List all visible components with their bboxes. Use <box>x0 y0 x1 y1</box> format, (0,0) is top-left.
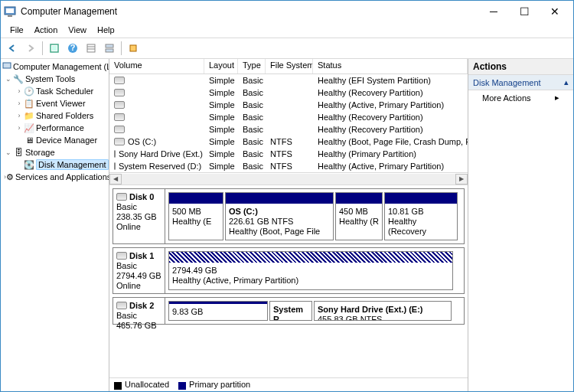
settings-icon[interactable] <box>125 40 142 57</box>
window-title: Computer Management <box>21 6 478 17</box>
content-area: Computer Management (Local ⌄🔧System Tool… <box>1 59 573 391</box>
table-row[interactable]: Sony Hard Drive (Ext.) (E:)SimpleBasicNT… <box>109 148 468 160</box>
volume-icon <box>114 126 125 133</box>
minimize-button[interactable]: ─ <box>478 2 509 21</box>
svg-rect-7 <box>87 44 95 52</box>
legend: Unallocated Primary partition <box>109 377 468 391</box>
volume-list[interactable]: SimpleBasicHealthy (EFI System Partition… <box>109 74 468 172</box>
tree-event[interactable]: ›📋Event Viewer <box>1 97 109 109</box>
tree-diskmgmt[interactable]: 💽Disk Management <box>1 158 109 171</box>
close-button[interactable]: ✕ <box>540 2 570 21</box>
volume-icon <box>114 89 125 96</box>
maximize-button[interactable]: ☐ <box>509 2 540 21</box>
partition[interactable]: OS (C:)226.61 GB NTFSHealthy (Boot, Page… <box>225 192 334 240</box>
tree-systools[interactable]: ⌄🔧System Tools <box>1 73 109 85</box>
expand-icon[interactable]: › <box>15 87 24 95</box>
disk-icon: 💽 <box>24 159 34 170</box>
nav-tree[interactable]: Computer Management (Local ⌄🔧System Tool… <box>1 59 109 391</box>
svg-rect-11 <box>106 49 113 52</box>
partition-color-bar <box>336 193 382 204</box>
main-panel: Volume Layout Type File System Status Si… <box>109 59 468 391</box>
col-volume[interactable]: Volume <box>109 59 204 74</box>
partition[interactable]: Sony Hard Drive (Ext.) (E:)455.83 GB NTF… <box>314 301 452 321</box>
scroll-right-icon[interactable]: ▶ <box>455 174 468 185</box>
help-icon[interactable]: ? <box>64 40 81 57</box>
computer-icon <box>2 61 11 72</box>
black-square-icon <box>114 382 122 390</box>
volume-icon <box>114 162 116 170</box>
view-graphical-icon[interactable] <box>101 40 118 57</box>
toolbar-separator <box>42 41 43 55</box>
disk-graphical-view[interactable]: Disk 0Basic238.35 GBOnline500 MBHealthy … <box>109 185 468 377</box>
actions-panel: Actions Disk Management▴ More Actions▸ <box>468 59 573 391</box>
volume-list-header: Volume Layout Type File System Status <box>109 59 468 74</box>
table-row[interactable]: SimpleBasicHealthy (Recovery Partition) <box>109 87 468 99</box>
disk-row[interactable]: Disk 1Basic2794.49 GBOnline2794.49 GBHea… <box>113 247 465 294</box>
col-type[interactable]: Type <box>238 59 266 74</box>
tree-storage[interactable]: ⌄🗄Storage <box>1 146 109 158</box>
disk-partitions: 9.83 GBSystem R100 MB NSony Hard Drive (… <box>165 298 464 324</box>
table-row[interactable]: SimpleBasicHealthy (Recovery Partition) <box>109 111 468 123</box>
partition[interactable]: System R100 MB N <box>269 301 312 321</box>
scroll-track[interactable] <box>122 174 455 185</box>
partition[interactable]: 10.81 GBHealthy (Recovery <box>384 192 458 240</box>
toolbar: ? <box>1 38 573 59</box>
menu-file[interactable]: File <box>5 24 28 36</box>
collapse-triangle-icon[interactable]: ▴ <box>564 77 569 87</box>
svg-rect-2 <box>8 15 12 17</box>
disk-icon <box>116 252 127 260</box>
col-layout[interactable]: Layout <box>204 59 238 74</box>
scroll-left-icon[interactable]: ◀ <box>109 174 122 185</box>
partition-color-bar <box>226 193 333 204</box>
partition[interactable]: 9.83 GB <box>168 301 268 321</box>
back-button[interactable] <box>4 40 21 57</box>
disk-icon <box>116 302 127 309</box>
tree-shared[interactable]: ›📁Shared Folders <box>1 109 109 122</box>
volume-icon <box>114 138 125 145</box>
col-status[interactable]: Status <box>313 59 468 74</box>
legend-unallocated: Unallocated <box>114 380 169 389</box>
table-row[interactable]: System Reserved (D:)SimpleBasicNTFSHealt… <box>109 160 468 172</box>
disk-row[interactable]: Disk 0Basic238.35 GBOnline500 MBHealthy … <box>113 188 465 244</box>
forward-button[interactable] <box>22 40 39 57</box>
tree-root[interactable]: Computer Management (Local <box>1 60 109 73</box>
perf-icon: 📈 <box>24 122 34 133</box>
menu-view[interactable]: View <box>64 24 91 36</box>
table-row[interactable]: SimpleBasicHealthy (Active, Primary Part… <box>109 99 468 111</box>
volume-icon <box>114 101 125 109</box>
menu-help[interactable]: Help <box>93 24 119 36</box>
tree-devmgr[interactable]: 🖥Device Manager <box>1 134 109 146</box>
volume-icon <box>114 150 116 158</box>
actions-section[interactable]: Disk Management▴ <box>468 75 573 90</box>
partition[interactable]: 2794.49 GBHealthy (Active, Primary Parti… <box>168 251 453 290</box>
refresh-icon[interactable] <box>46 40 63 57</box>
expand-icon[interactable]: › <box>15 124 24 132</box>
table-row[interactable]: OS (C:)SimpleBasicNTFSHealthy (Boot, Pag… <box>109 136 468 148</box>
services-icon: ⚙ <box>6 172 14 182</box>
horizontal-scrollbar[interactable]: ◀ ▶ <box>109 172 468 185</box>
view-list-icon[interactable] <box>83 40 99 57</box>
tree-services[interactable]: ›⚙Services and Applications <box>1 171 109 183</box>
window-buttons: ─ ☐ ✕ <box>478 2 570 21</box>
svg-rect-1 <box>6 8 14 13</box>
collapse-icon[interactable]: ⌄ <box>4 75 13 83</box>
storage-icon: 🗄 <box>13 147 24 158</box>
disk-icon <box>116 193 127 201</box>
tree-perf[interactable]: ›📈Performance <box>1 122 109 134</box>
partition[interactable]: 450 MBHealthy (R <box>335 192 383 240</box>
table-row[interactable]: SimpleBasicHealthy (EFI System Partition… <box>109 74 468 87</box>
chevron-right-icon: ▸ <box>555 93 559 103</box>
table-row[interactable]: SimpleBasicHealthy (Recovery Partition) <box>109 123 468 136</box>
svg-text:?: ? <box>70 43 76 52</box>
actions-more[interactable]: More Actions▸ <box>468 90 573 105</box>
menu-action[interactable]: Action <box>30 24 63 36</box>
tree-task[interactable]: ›🕑Task Scheduler <box>1 85 109 97</box>
expand-icon[interactable]: › <box>15 100 24 107</box>
volume-icon <box>114 77 125 84</box>
partition[interactable]: 500 MBHealthy (E <box>168 192 223 240</box>
collapse-icon[interactable]: ⌄ <box>4 149 13 156</box>
expand-icon[interactable]: › <box>15 112 24 119</box>
col-fs[interactable]: File System <box>266 59 313 74</box>
disk-row[interactable]: Disk 2Basic465.76 GB9.83 GBSystem R100 M… <box>113 297 465 325</box>
disk-partitions: 2794.49 GBHealthy (Active, Primary Parti… <box>165 248 464 293</box>
